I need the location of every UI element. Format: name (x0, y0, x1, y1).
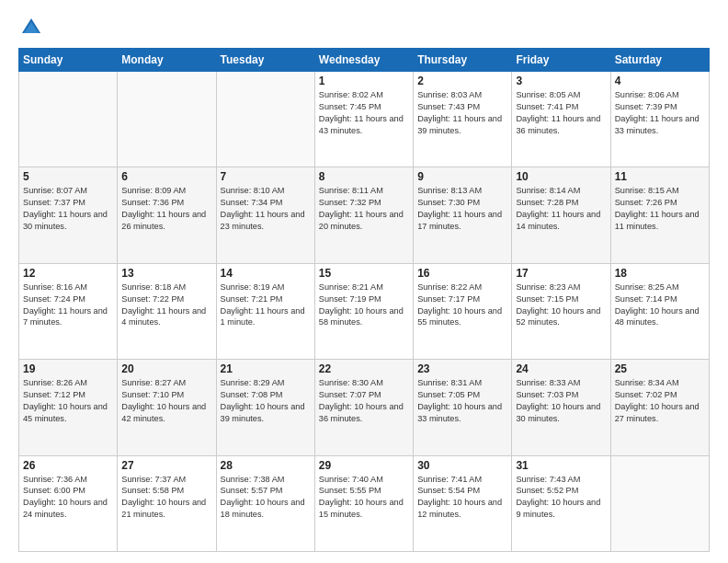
cell-info: Sunrise: 8:21 AM Sunset: 7:19 PM Dayligh… (319, 282, 409, 329)
cell-info: Sunrise: 8:15 AM Sunset: 7:26 PM Dayligh… (615, 185, 705, 233)
calendar-cell: 27Sunrise: 7:37 AM Sunset: 5:58 PM Dayli… (118, 455, 216, 551)
cell-info: Sunrise: 8:06 AM Sunset: 7:39 PM Dayligh… (615, 89, 705, 137)
day-number: 7 (221, 170, 311, 183)
calendar-cell: 24Sunrise: 8:33 AM Sunset: 7:03 PM Dayli… (512, 360, 610, 455)
day-number: 21 (221, 362, 311, 375)
day-number: 14 (221, 267, 311, 280)
calendar-cell: 23Sunrise: 8:31 AM Sunset: 7:05 PM Dayli… (414, 360, 512, 455)
day-number: 11 (615, 170, 705, 183)
calendar-cell: 29Sunrise: 7:40 AM Sunset: 5:55 PM Dayli… (314, 455, 413, 551)
calendar-cell: 14Sunrise: 8:19 AM Sunset: 7:21 PM Dayli… (216, 263, 314, 359)
calendar-cell: 17Sunrise: 8:23 AM Sunset: 7:15 PM Dayli… (512, 263, 610, 359)
calendar-cell: 10Sunrise: 8:14 AM Sunset: 7:28 PM Dayli… (512, 167, 610, 263)
col-header-tuesday: Tuesday (216, 49, 314, 72)
day-number: 15 (319, 267, 409, 280)
calendar-cell (19, 72, 118, 167)
calendar-cell: 6Sunrise: 8:09 AM Sunset: 7:36 PM Daylig… (118, 167, 216, 263)
col-header-monday: Monday (118, 49, 216, 72)
week-row-4: 26Sunrise: 7:36 AM Sunset: 6:00 PM Dayli… (19, 455, 710, 551)
calendar-cell: 21Sunrise: 8:29 AM Sunset: 7:08 PM Dayli… (216, 360, 314, 455)
day-number: 8 (319, 170, 409, 183)
day-number: 20 (121, 362, 211, 375)
cell-info: Sunrise: 8:14 AM Sunset: 7:28 PM Dayligh… (516, 185, 606, 233)
calendar-cell (610, 455, 709, 551)
day-number: 13 (121, 267, 211, 280)
logo (18, 15, 48, 40)
cell-info: Sunrise: 8:10 AM Sunset: 7:34 PM Dayligh… (221, 185, 311, 233)
cell-info: Sunrise: 8:34 AM Sunset: 7:02 PM Dayligh… (615, 377, 705, 425)
col-header-saturday: Saturday (610, 49, 709, 72)
calendar-cell (118, 72, 216, 167)
day-number: 16 (417, 267, 507, 280)
day-number: 6 (121, 170, 211, 183)
cell-info: Sunrise: 8:23 AM Sunset: 7:15 PM Dayligh… (516, 282, 606, 329)
page: SundayMondayTuesdayWednesdayThursdayFrid… (0, 0, 728, 563)
calendar-header-row: SundayMondayTuesdayWednesdayThursdayFrid… (19, 49, 710, 72)
calendar-cell: 30Sunrise: 7:41 AM Sunset: 5:54 PM Dayli… (414, 455, 512, 551)
day-number: 23 (417, 362, 507, 375)
cell-info: Sunrise: 8:22 AM Sunset: 7:17 PM Dayligh… (417, 282, 507, 329)
day-number: 29 (319, 459, 409, 472)
cell-info: Sunrise: 8:19 AM Sunset: 7:21 PM Dayligh… (221, 282, 311, 329)
day-number: 25 (615, 362, 705, 375)
calendar-cell: 12Sunrise: 8:16 AM Sunset: 7:24 PM Dayli… (19, 263, 118, 359)
day-number: 24 (516, 362, 606, 375)
cell-info: Sunrise: 7:43 AM Sunset: 5:52 PM Dayligh… (516, 474, 606, 522)
day-number: 26 (23, 459, 113, 472)
cell-info: Sunrise: 7:36 AM Sunset: 6:00 PM Dayligh… (23, 474, 113, 522)
calendar-cell: 9Sunrise: 8:13 AM Sunset: 7:30 PM Daylig… (414, 167, 512, 263)
week-row-0: 1Sunrise: 8:02 AM Sunset: 7:45 PM Daylig… (19, 72, 710, 167)
day-number: 17 (516, 267, 606, 280)
cell-info: Sunrise: 8:03 AM Sunset: 7:43 PM Dayligh… (417, 89, 507, 137)
day-number: 22 (319, 362, 409, 375)
day-number: 18 (615, 267, 705, 280)
calendar-cell: 3Sunrise: 8:05 AM Sunset: 7:41 PM Daylig… (512, 72, 610, 167)
cell-info: Sunrise: 8:11 AM Sunset: 7:32 PM Dayligh… (319, 185, 409, 233)
cell-info: Sunrise: 8:02 AM Sunset: 7:45 PM Dayligh… (319, 89, 409, 137)
calendar-cell: 2Sunrise: 8:03 AM Sunset: 7:43 PM Daylig… (414, 72, 512, 167)
calendar-cell: 7Sunrise: 8:10 AM Sunset: 7:34 PM Daylig… (216, 167, 314, 263)
day-number: 28 (221, 459, 311, 472)
day-number: 9 (417, 170, 507, 183)
calendar-cell: 5Sunrise: 8:07 AM Sunset: 7:37 PM Daylig… (19, 167, 118, 263)
day-number: 31 (516, 459, 606, 472)
col-header-sunday: Sunday (19, 49, 118, 72)
calendar-cell: 16Sunrise: 8:22 AM Sunset: 7:17 PM Dayli… (414, 263, 512, 359)
col-header-wednesday: Wednesday (314, 49, 413, 72)
logo-icon (18, 15, 44, 40)
day-number: 1 (319, 75, 409, 87)
header (18, 15, 710, 40)
cell-info: Sunrise: 7:41 AM Sunset: 5:54 PM Dayligh… (417, 474, 507, 522)
calendar-cell: 8Sunrise: 8:11 AM Sunset: 7:32 PM Daylig… (314, 167, 413, 263)
calendar-cell: 22Sunrise: 8:30 AM Sunset: 7:07 PM Dayli… (314, 360, 413, 455)
day-number: 10 (516, 170, 606, 183)
day-number: 4 (615, 75, 705, 87)
calendar-cell: 28Sunrise: 7:38 AM Sunset: 5:57 PM Dayli… (216, 455, 314, 551)
cell-info: Sunrise: 7:40 AM Sunset: 5:55 PM Dayligh… (319, 474, 409, 522)
calendar-cell: 18Sunrise: 8:25 AM Sunset: 7:14 PM Dayli… (610, 263, 709, 359)
calendar-cell: 13Sunrise: 8:18 AM Sunset: 7:22 PM Dayli… (118, 263, 216, 359)
cell-info: Sunrise: 8:26 AM Sunset: 7:12 PM Dayligh… (23, 377, 113, 425)
day-number: 27 (121, 459, 211, 472)
cell-info: Sunrise: 8:31 AM Sunset: 7:05 PM Dayligh… (417, 377, 507, 425)
cell-info: Sunrise: 7:37 AM Sunset: 5:58 PM Dayligh… (121, 474, 211, 522)
calendar-cell: 20Sunrise: 8:27 AM Sunset: 7:10 PM Dayli… (118, 360, 216, 455)
cell-info: Sunrise: 8:07 AM Sunset: 7:37 PM Dayligh… (23, 185, 113, 233)
cell-info: Sunrise: 8:33 AM Sunset: 7:03 PM Dayligh… (516, 377, 606, 425)
col-header-thursday: Thursday (414, 49, 512, 72)
day-number: 5 (23, 170, 113, 183)
cell-info: Sunrise: 8:25 AM Sunset: 7:14 PM Dayligh… (615, 282, 705, 329)
calendar-cell: 1Sunrise: 8:02 AM Sunset: 7:45 PM Daylig… (314, 72, 413, 167)
day-number: 30 (417, 459, 507, 472)
day-number: 19 (23, 362, 113, 375)
day-number: 12 (23, 267, 113, 280)
calendar-cell: 19Sunrise: 8:26 AM Sunset: 7:12 PM Dayli… (19, 360, 118, 455)
cell-info: Sunrise: 8:29 AM Sunset: 7:08 PM Dayligh… (221, 377, 311, 425)
day-number: 2 (417, 75, 507, 87)
calendar-cell: 11Sunrise: 8:15 AM Sunset: 7:26 PM Dayli… (610, 167, 709, 263)
cell-info: Sunrise: 8:27 AM Sunset: 7:10 PM Dayligh… (121, 377, 211, 425)
cell-info: Sunrise: 8:13 AM Sunset: 7:30 PM Dayligh… (417, 185, 507, 233)
day-number: 3 (516, 75, 606, 87)
cell-info: Sunrise: 8:05 AM Sunset: 7:41 PM Dayligh… (516, 89, 606, 137)
week-row-3: 19Sunrise: 8:26 AM Sunset: 7:12 PM Dayli… (19, 360, 710, 455)
